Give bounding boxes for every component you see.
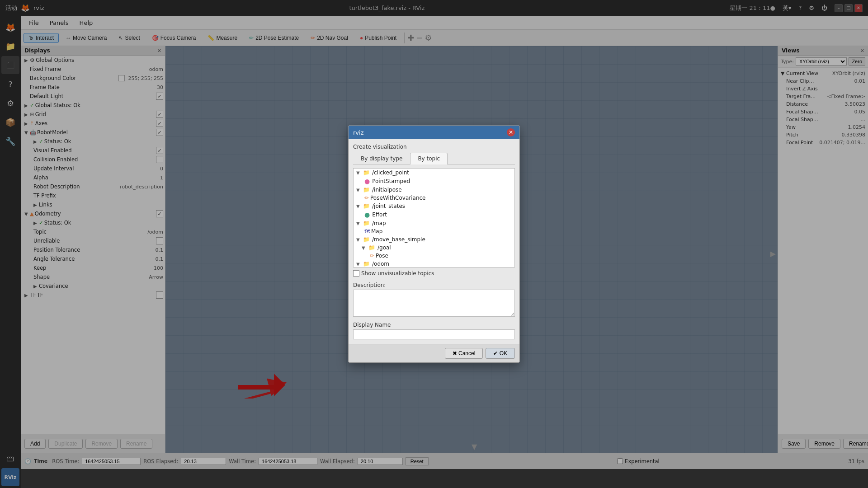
map-arrow: ▼ bbox=[356, 221, 362, 226]
joint-states-label: /joint_states bbox=[372, 203, 405, 209]
posewithcovariance-label: PoseWithCovariance bbox=[370, 195, 425, 201]
cancel-btn[interactable]: ✖ Cancel bbox=[445, 348, 483, 359]
tree-map[interactable]: ▼ 📁 /map bbox=[354, 219, 514, 227]
folder-icon-map: 📁 bbox=[363, 220, 370, 226]
goal-label: /goal bbox=[377, 244, 391, 251]
displayname-section: Display Name bbox=[353, 322, 515, 339]
displayname-label: Display Name bbox=[353, 322, 515, 328]
folder-icon-initial: 📁 bbox=[363, 187, 370, 193]
pose-icon: ✏ bbox=[364, 195, 369, 201]
pose-item-icon: ✏ bbox=[370, 253, 374, 259]
tree-odom[interactable]: ▼ 📁 /odom bbox=[354, 260, 514, 267]
create-visualization-dialog: rviz ✕ Create visualization By display t… bbox=[348, 125, 520, 363]
dialog-tabs: By display type By topic bbox=[353, 153, 515, 164]
dialog-titlebar: rviz ✕ bbox=[349, 126, 519, 139]
tree-map-item[interactable]: 🗺 Map bbox=[354, 227, 514, 235]
goal-arrow: ▼ bbox=[362, 245, 367, 250]
tree-posewithcovariance[interactable]: ✏ PoseWithCovariance bbox=[354, 194, 514, 202]
dialog-title: rviz bbox=[353, 129, 363, 136]
description-section: Description: bbox=[353, 282, 515, 318]
show-unvis-checkbox[interactable] bbox=[353, 270, 359, 277]
joint-states-arrow: ▼ bbox=[356, 204, 362, 209]
effort-dot: ● bbox=[364, 211, 370, 218]
pose-label: Pose bbox=[376, 253, 388, 259]
map-item-label: Map bbox=[371, 228, 382, 235]
effort-label: Effort bbox=[372, 211, 387, 218]
map-icon: 🗺 bbox=[364, 228, 370, 235]
odom-label: /odom bbox=[372, 261, 389, 267]
show-unvis-label: Show unvisualizable topics bbox=[361, 270, 434, 277]
folder-icon-joint: 📁 bbox=[363, 203, 370, 209]
dialog-footer: ✖ Cancel ✔ OK bbox=[349, 344, 519, 362]
move-base-simple-label: /move_base_simple bbox=[372, 236, 425, 243]
tree-effort[interactable]: ● Effort bbox=[354, 210, 514, 219]
displayname-input[interactable] bbox=[353, 329, 515, 339]
folder-icon-clicked: 📁 bbox=[363, 169, 370, 176]
folder-icon-move: 📁 bbox=[363, 236, 370, 243]
pointstamped-label: PointStamped bbox=[372, 178, 410, 184]
folder-icon-odom: 📁 bbox=[363, 261, 370, 267]
tree-clicked-point[interactable]: ▼ 📁 /clicked_point bbox=[354, 169, 514, 177]
dialog-body: Create visualization By display type By … bbox=[349, 139, 519, 344]
move-base-arrow: ▼ bbox=[356, 237, 362, 242]
ok-btn[interactable]: ✔ OK bbox=[486, 348, 515, 359]
clicked-point-arrow: ▼ bbox=[356, 170, 362, 175]
map-label: /map bbox=[372, 220, 386, 226]
folder-icon-goal: 📁 bbox=[368, 244, 375, 251]
dialog-subtitle: Create visualization bbox=[353, 144, 515, 150]
description-label: Description: bbox=[353, 282, 515, 288]
odom-arrow: ▼ bbox=[356, 262, 362, 267]
tree-joint-states[interactable]: ▼ 📁 /joint_states bbox=[354, 202, 514, 210]
initialpose-label: /initialpose bbox=[372, 187, 402, 193]
show-unvisualizable-row: Show unvisualizable topics bbox=[353, 267, 515, 279]
tab-by-topic[interactable]: By topic bbox=[410, 153, 448, 164]
tree-initialpose[interactable]: ▼ 📁 /initialpose bbox=[354, 186, 514, 194]
dialog-close-btn[interactable]: ✕ bbox=[507, 128, 515, 136]
pointstamped-dot: ● bbox=[364, 178, 370, 185]
dialog-topic-tree[interactable]: ▼ 📁 /clicked_point ● PointStamped ▼ 📁 /i… bbox=[353, 168, 515, 267]
description-textarea[interactable] bbox=[353, 290, 515, 317]
tree-pose[interactable]: ✏ Pose bbox=[354, 252, 514, 260]
dialog-overlay: rviz ✕ Create visualization By display t… bbox=[0, 0, 868, 488]
tree-goal[interactable]: ▼ 📁 /goal bbox=[354, 244, 514, 252]
clicked-point-label: /clicked_point bbox=[372, 169, 409, 176]
initialpose-arrow: ▼ bbox=[356, 188, 362, 192]
tree-move-base-simple[interactable]: ▼ 📁 /move_base_simple bbox=[354, 235, 514, 244]
tree-pointstamped[interactable]: ● PointStamped bbox=[354, 177, 514, 186]
tab-by-display-type[interactable]: By display type bbox=[353, 153, 410, 164]
